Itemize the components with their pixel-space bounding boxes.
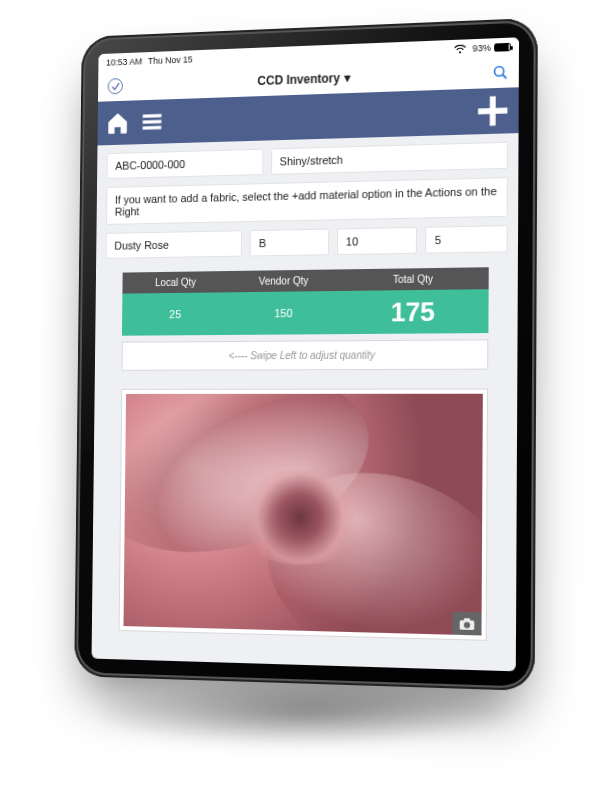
menu-icon[interactable]	[139, 108, 164, 135]
qty-total-label: Total Qty	[338, 267, 488, 291]
title-bar: CCD Inventory ▾	[98, 56, 519, 102]
title-dropdown-icon[interactable]: ▾	[344, 71, 350, 86]
battery-indicator: 93%	[472, 42, 510, 54]
svg-rect-4	[143, 126, 162, 130]
sku-field[interactable]: ABC-0000-000	[107, 149, 263, 179]
qty-local-value: 25	[122, 308, 229, 321]
status-circle-icon[interactable]	[108, 78, 123, 94]
record-form: ABC-0000-000 Shiny/stretch If you want t…	[92, 133, 519, 650]
swipe-hint[interactable]: <---- Swipe Left to adjust quantity	[122, 339, 489, 371]
svg-rect-5	[490, 96, 496, 126]
wifi-icon	[454, 44, 466, 54]
qty-vendor-label: Vendor Qty	[229, 269, 339, 292]
svg-rect-3	[143, 120, 162, 124]
size1-field[interactable]: 10	[337, 227, 418, 255]
svg-rect-7	[460, 620, 475, 630]
camera-icon[interactable]	[452, 612, 481, 636]
battery-percent: 93%	[472, 43, 491, 54]
add-button[interactable]	[475, 93, 510, 129]
svg-point-9	[464, 621, 470, 627]
qty-local-label: Local Qty	[122, 271, 229, 294]
color-field[interactable]: Dusty Rose	[106, 230, 243, 259]
search-icon[interactable]	[492, 64, 509, 81]
svg-point-0	[494, 66, 503, 76]
svg-line-1	[503, 75, 507, 79]
grade-field[interactable]: B	[250, 229, 329, 257]
fabric-image-card[interactable]	[119, 389, 488, 641]
status-bar: 10:53 AM Thu Nov 15 93%	[98, 37, 519, 72]
home-icon[interactable]	[105, 110, 130, 137]
qty-vendor-value: 150	[229, 306, 338, 319]
fabric-image	[123, 394, 482, 636]
help-text: If you want to add a fabric, select the …	[106, 177, 508, 225]
name-field[interactable]: Shiny/stretch	[271, 142, 508, 175]
nav-bar	[97, 87, 518, 145]
svg-rect-6	[478, 108, 507, 115]
status-time: 10:53 AM	[106, 56, 142, 67]
page-title[interactable]: CCD Inventory	[257, 71, 340, 88]
qty-total-value: 175	[338, 295, 488, 329]
size2-field[interactable]: 5	[425, 225, 507, 253]
svg-rect-2	[143, 114, 162, 118]
quantity-widget: Local Qty Vendor Qty Total Qty 25 150 17…	[122, 267, 489, 371]
status-date: Thu Nov 15	[148, 54, 193, 66]
app-screen: 10:53 AM Thu Nov 15 93%	[92, 37, 520, 671]
svg-rect-8	[464, 618, 470, 621]
